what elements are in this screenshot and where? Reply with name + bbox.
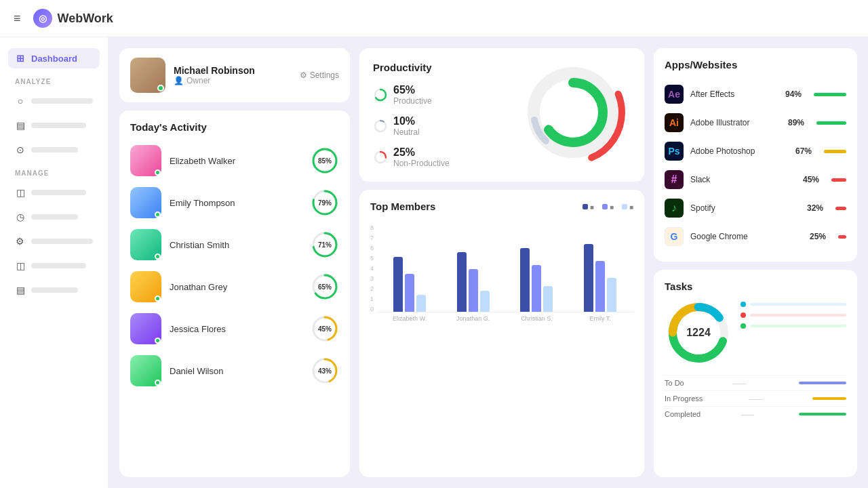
profile-name: Michael Robinson	[174, 65, 292, 76]
online-dot	[155, 338, 161, 344]
tasks-bottom: To Do —— In Progress —— Completed ——	[665, 375, 846, 422]
red-dot	[741, 312, 746, 318]
app-logo-ae: Ae	[665, 85, 684, 104]
list-item: Daniel Wilson 43%	[130, 352, 339, 389]
progress-circle: 71%	[311, 230, 339, 259]
tasks-legend	[741, 299, 846, 367]
online-dot	[155, 211, 161, 218]
productive-icon	[373, 87, 388, 102]
sidebar-item-analyze3[interactable]: ⊙	[8, 140, 100, 160]
profile-role: 👤 Owner	[174, 76, 292, 85]
activity-avatar	[130, 271, 161, 302]
activity-card: Today's Activity Elizabeth Walker	[119, 110, 350, 477]
hamburger-icon[interactable]: ≡	[14, 12, 21, 26]
gear-icon: ⚙	[15, 236, 26, 247]
cyan-dot	[741, 302, 746, 307]
avatar-wrap	[130, 58, 165, 93]
productive-label: Productive	[393, 96, 432, 106]
completed-item: Completed ——	[665, 406, 846, 422]
tasks-total: 1224	[686, 327, 711, 339]
legend-item-1: ■	[583, 203, 594, 211]
settings-label: Settings	[310, 70, 339, 80]
progress-label: 71%	[318, 241, 332, 249]
layout: ⊞ Dashboard ANALYZE ○ ▤ ⊙ MANAGE ◫ ◷ ⚙	[0, 37, 868, 488]
bar	[480, 291, 490, 312]
list-item: Emily Thompson 79%	[130, 184, 339, 221]
app-name: Adobe Illustrator	[690, 118, 781, 127]
member-name: Christian Smith	[170, 240, 302, 250]
app-logo-slack: #	[665, 170, 684, 189]
left-panel: Michael Robinson 👤 Owner ⚙ Settings Toda…	[119, 48, 350, 477]
app-item: ♪ Spotify 32%	[665, 194, 846, 222]
sidebar-analyze-label: ANALYZE	[8, 73, 100, 87]
legend-bar	[750, 303, 846, 306]
legend-bar	[750, 325, 846, 327]
app-bar	[816, 121, 846, 125]
settings-button[interactable]: ⚙ Settings	[300, 70, 339, 80]
bar-chart-area: Elizabeth W. Jonathan G. Christian S. Em…	[376, 224, 633, 322]
settings-icon: ⚙	[300, 70, 307, 80]
sidebar-manage-label: MANAGE	[8, 164, 100, 178]
bar	[457, 252, 467, 312]
bar-group-3	[511, 248, 564, 312]
list-item: Elizabeth Walker 85%	[130, 142, 339, 179]
tasks-card: Tasks 1224	[654, 270, 857, 477]
sidebar-item-manage1[interactable]: ◫	[8, 182, 100, 203]
inprogress-label: In Progress	[665, 394, 703, 403]
sidebar-item-manage3[interactable]: ⚙	[8, 231, 100, 251]
nonproductive-icon	[373, 150, 388, 165]
legend-cyan	[741, 302, 846, 307]
user-icon: ⊙	[15, 144, 26, 155]
sidebar-item-manage5[interactable]: ▤	[8, 280, 100, 300]
progress-label: 65%	[318, 283, 332, 291]
legend-red	[741, 312, 846, 318]
profile-info: Michael Robinson 👤 Owner	[174, 65, 292, 85]
productivity-donut	[522, 62, 624, 163]
app-pct: 94%	[785, 89, 802, 99]
sidebar-item-dashboard[interactable]: ⊞ Dashboard	[8, 48, 100, 68]
app-item: Ai Adobe Illustrator 89%	[665, 108, 846, 137]
productive-pct: 65%	[393, 84, 432, 96]
member-name: Elizabeth Walker	[170, 156, 302, 166]
app-bar	[831, 178, 846, 182]
legend-green	[741, 323, 846, 329]
tasks-title: Tasks	[665, 281, 846, 292]
sidebar-item-analyze2[interactable]: ▤	[8, 115, 100, 136]
progress-circle: 45%	[311, 314, 339, 343]
legend-item-2: ■	[602, 203, 614, 211]
sidebar-dashboard-label: Dashboard	[31, 54, 77, 64]
bar	[595, 261, 605, 312]
bar-chart-wrapper: 876543210	[370, 224, 633, 322]
x-label: Elizabeth W.	[383, 315, 436, 322]
nonproductive-pct: 25%	[393, 146, 450, 159]
inprogress-item: In Progress ——	[665, 390, 846, 406]
neutral-icon	[373, 119, 388, 134]
sidebar-item-manage2[interactable]: ◷	[8, 207, 100, 227]
activity-avatar	[130, 187, 161, 218]
bar	[469, 269, 478, 312]
app-name: Google Chrome	[690, 232, 803, 241]
profile-card: Michael Robinson 👤 Owner ⚙ Settings	[119, 48, 350, 102]
app-bar	[814, 93, 846, 96]
app-pct: 89%	[788, 118, 804, 127]
todo-bar	[799, 382, 846, 384]
progress-circle: 43%	[311, 357, 339, 385]
apps-title: Apps/Websites	[665, 59, 846, 70]
bar	[584, 244, 593, 312]
online-dot	[155, 380, 161, 386]
bar-legend: ■ ■ ■	[583, 203, 633, 211]
activity-title: Today's Activity	[130, 121, 339, 133]
member-name: Jonathan Grey	[170, 282, 302, 292]
app-logo: ◎ WebWork	[33, 9, 113, 28]
svg-point-21	[543, 83, 603, 142]
progress-label: 79%	[318, 199, 332, 207]
app-logo-ai: Ai	[665, 113, 684, 132]
sidebar-item-analyze1[interactable]: ○	[8, 91, 100, 111]
x-label: Jonathan G.	[447, 315, 500, 322]
bar	[607, 278, 616, 312]
bar	[520, 248, 530, 312]
sidebar-item-manage4[interactable]: ◫	[8, 256, 100, 276]
app-item: Ps Adobe Photoshop 67%	[665, 137, 846, 165]
app-name: Spotify	[690, 203, 800, 213]
app-logo-spotify: ♪	[665, 199, 684, 218]
